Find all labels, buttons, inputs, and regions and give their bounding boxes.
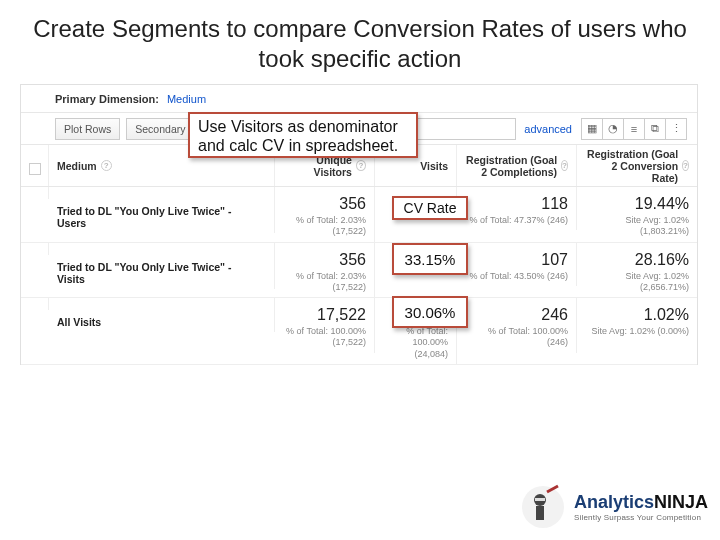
table-row: Tried to DL "You Only Live Twice" - Visi… (21, 243, 697, 299)
view-cloud-button[interactable]: ⋮ (665, 118, 687, 140)
help-icon[interactable]: ? (101, 160, 112, 171)
svg-rect-2 (535, 498, 545, 501)
view-toggle-bar: ▦ ◔ ≡ ⧉ ⋮ (582, 118, 687, 140)
goal-comp-value: 118 (465, 195, 568, 213)
goal-rate-sub: Site Avg: 1.02% (0.00%) (585, 326, 689, 337)
goal-comp-sub: % of Total: 47.37% (246) (465, 215, 568, 226)
primary-dimension-label: Primary Dimension: (55, 93, 159, 105)
page-title: Create Segments to compare Conversion Ra… (0, 0, 720, 84)
uv-sub: % of Total: 2.03% (17,522) (283, 215, 366, 238)
callout-cv-row1: 33.15% (392, 243, 468, 275)
goal-rate-sub: Site Avg: 1.02% (1,803.21%) (585, 215, 689, 238)
svg-rect-3 (536, 506, 544, 520)
goal-rate-value: 19.44% (585, 195, 689, 213)
select-all-checkbox[interactable] (29, 163, 41, 175)
plot-rows-button[interactable]: Plot Rows (55, 118, 120, 140)
ninja-icon (520, 484, 566, 530)
view-pie-button[interactable]: ◔ (602, 118, 624, 140)
goal-rate-sub: Site Avg: 1.02% (2,656.71%) (585, 271, 689, 294)
uv-value: 17,522 (283, 306, 366, 324)
callout-cv-row2: 30.06% (392, 296, 468, 328)
help-icon[interactable]: ? (561, 160, 568, 171)
brand-word-2: NINJA (654, 492, 708, 512)
table-row: Tried to DL "You Only Live Twice" - User… (21, 187, 697, 243)
goal-comp-value: 246 (465, 306, 568, 324)
view-bar-button[interactable]: ≡ (623, 118, 645, 140)
callout-cv-header: CV Rate (392, 196, 468, 220)
goal-comp-sub: % of Total: 43.50% (246) (465, 271, 568, 282)
goal-rate-value: 28.16% (585, 251, 689, 269)
uv-sub: % of Total: 2.03% (17,522) (283, 271, 366, 294)
help-icon[interactable]: ? (682, 160, 689, 171)
uv-value: 356 (283, 251, 366, 269)
advanced-link[interactable]: advanced (524, 123, 572, 135)
col-goal-rate[interactable]: Registration (Goal 2 Conversion Rate)? (577, 145, 697, 186)
brand-tagline: Silently Surpass Your Competition (574, 513, 708, 522)
primary-dimension-row: Primary Dimension: Medium (21, 85, 697, 113)
primary-dimension-value[interactable]: Medium (167, 93, 206, 105)
help-icon[interactable]: ? (356, 160, 366, 171)
row-label: Tried to DL "You Only Live Twice" - User… (57, 195, 266, 229)
row-label: Tried to DL "You Only Live Twice" - Visi… (57, 251, 266, 285)
visits-sub: % of Total: 100.00% (24,084) (383, 326, 448, 360)
uv-value: 356 (283, 195, 366, 213)
goal-comp-sub: % of Total: 100.00% (246) (465, 326, 568, 349)
col-goal-completions[interactable]: Registration (Goal 2 Completions)? (457, 145, 577, 186)
goal-rate-value: 1.02% (585, 306, 689, 324)
table-row: All Visits 17,522% of Total: 100.00% (17… (21, 298, 697, 365)
brand-logo: AnalyticsNINJA Silently Surpass Your Com… (520, 484, 708, 530)
uv-sub: % of Total: 100.00% (17,522) (283, 326, 366, 349)
brand-word-1: Analytics (574, 492, 654, 512)
goal-comp-value: 107 (465, 251, 568, 269)
view-pivot-button[interactable]: ⧉ (644, 118, 666, 140)
view-table-button[interactable]: ▦ (581, 118, 603, 140)
callout-tip: Use Visitors as denominator and calc CV … (188, 112, 418, 158)
row-label: All Visits (57, 306, 266, 328)
